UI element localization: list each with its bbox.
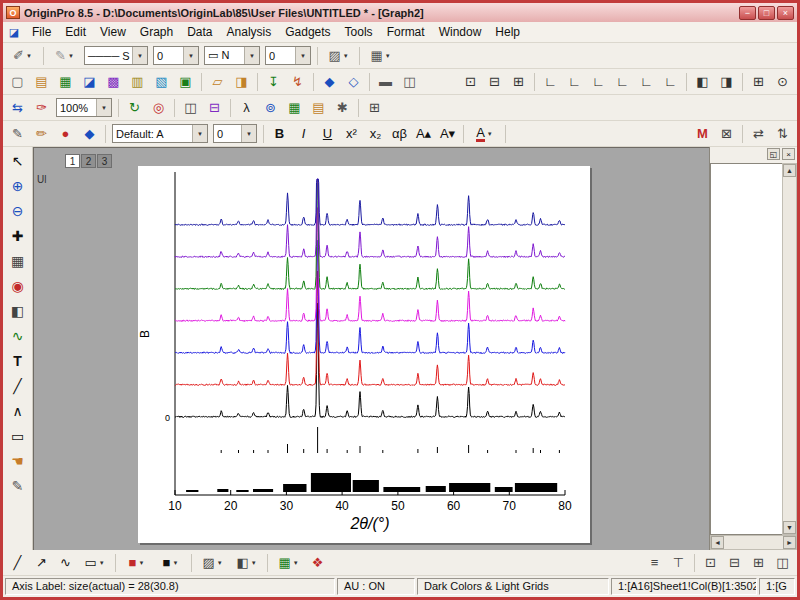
open-graph-button[interactable]: ◨	[230, 71, 253, 92]
bold-button[interactable]: B	[268, 123, 291, 144]
layer-tab-3[interactable]: 3	[97, 154, 112, 168]
scroll-left-icon[interactable]: ◄	[711, 536, 724, 549]
gradient-button[interactable]: ◧▼	[230, 552, 263, 573]
scroll-right-icon[interactable]: ►	[783, 536, 796, 549]
greek-button[interactable]: αβ	[388, 123, 411, 144]
vertical-spacing-button[interactable]: ⇅	[771, 123, 794, 144]
draw-data-tool[interactable]: ∿	[5, 324, 31, 348]
add-layer-button[interactable]: ⊞	[363, 97, 386, 118]
line-tool-selector[interactable]: ✐▼	[6, 45, 39, 66]
clear-marker-button[interactable]: ⊠	[715, 123, 738, 144]
ungroup-button[interactable]: ◫	[771, 552, 794, 573]
line-tool[interactable]: ╱	[5, 374, 31, 398]
axis-style-4-button[interactable]: ∟	[611, 71, 634, 92]
vertical-scrollbar-track[interactable]	[783, 177, 796, 521]
chevron-down-icon[interactable]: ▼	[68, 53, 74, 59]
border-style-combo[interactable]: ▭ N▼	[204, 46, 260, 65]
font-combo[interactable]: Default: A▼	[112, 124, 208, 143]
panel-close-button[interactable]: ×	[782, 148, 795, 160]
line-style-combo[interactable]: ──── S▼	[84, 46, 148, 65]
scroll-up-icon[interactable]: ▲	[783, 164, 796, 177]
menu-item-view[interactable]: View	[93, 23, 133, 41]
menu-item-analysis[interactable]: Analysis	[220, 23, 279, 41]
pan-hand-tool[interactable]: ☚	[5, 449, 31, 473]
maximize-button[interactable]: □	[758, 6, 775, 20]
new-workbook-button[interactable]: ▦	[54, 71, 77, 92]
new-notes-button[interactable]: ▥	[126, 71, 149, 92]
layer-tab-1[interactable]: 1	[65, 154, 80, 168]
fill-color-button[interactable]: ■▼	[120, 552, 153, 573]
project-explorer-button[interactable]: ▤	[307, 97, 330, 118]
data-marker-button[interactable]: M	[691, 123, 714, 144]
import-wizard-button[interactable]: ↯	[286, 71, 309, 92]
chevron-down-icon[interactable]: ▼	[99, 560, 105, 566]
fill-pattern-button[interactable]: ▨▼	[322, 45, 355, 66]
chevron-down-icon[interactable]: ▼	[295, 47, 310, 64]
zoom-out-tool[interactable]: ⊖	[5, 199, 31, 223]
rescale-button[interactable]: ◎	[147, 97, 170, 118]
worksheet-button[interactable]: ▦	[283, 97, 306, 118]
edit-button[interactable]: ✎	[6, 123, 29, 144]
refresh-button[interactable]: ↻	[123, 97, 146, 118]
chevron-down-icon[interactable]: ▼	[217, 560, 223, 566]
data-selector-tool[interactable]: ◧	[5, 299, 31, 323]
line-width-combo[interactable]: 0▼	[153, 46, 199, 65]
menu-item-help[interactable]: Help	[488, 23, 527, 41]
merge-graphs-button[interactable]: ◧	[691, 71, 714, 92]
chevron-down-icon[interactable]: ▼	[241, 125, 256, 142]
zoom-tool-button[interactable]: ⊚	[259, 97, 282, 118]
chevron-down-icon[interactable]: ▼	[138, 560, 144, 566]
text-tool[interactable]: T	[5, 349, 31, 373]
panel-restore-button[interactable]: ◱	[767, 148, 780, 160]
options-button[interactable]: ✱	[331, 97, 354, 118]
window-cascade-button[interactable]: ⊡	[459, 71, 482, 92]
panel-vertical-scrollbar[interactable]: ▲ ▼	[782, 163, 797, 535]
chevron-down-icon[interactable]: ▼	[26, 53, 32, 59]
save-project-button[interactable]: ◆	[318, 71, 341, 92]
tile-vertical-button[interactable]: ⊞	[507, 71, 530, 92]
new-graph-button[interactable]: ◪	[78, 71, 101, 92]
script-window-button[interactable]: λ	[235, 97, 258, 118]
open-button[interactable]: ▤	[30, 71, 53, 92]
new-matrix-button[interactable]: ▩	[102, 71, 125, 92]
increase-font-button[interactable]: A▴	[412, 123, 435, 144]
symbol-marker-button[interactable]: ◆	[78, 123, 101, 144]
align-left-button[interactable]: ≡	[643, 552, 666, 573]
bring-front-button[interactable]: ⊡	[699, 552, 722, 573]
close-button[interactable]: ×	[777, 6, 794, 20]
send-back-button[interactable]: ⊟	[723, 552, 746, 573]
new-project-button[interactable]: ▢	[6, 71, 29, 92]
menu-item-gadgets[interactable]: Gadgets	[278, 23, 337, 41]
print-preview-button[interactable]: ◫	[398, 71, 421, 92]
chevron-down-icon[interactable]: ▼	[343, 53, 349, 59]
title-bar[interactable]: O OriginPro 8.5 - D:\Documents\OriginLab…	[3, 3, 797, 22]
palette-button[interactable]: ▦▼	[272, 552, 305, 573]
pencil-tool[interactable]: ✎	[5, 474, 31, 498]
pattern-button[interactable]: ▨▼	[196, 552, 229, 573]
menu-item-window[interactable]: Window	[432, 23, 489, 41]
italic-button[interactable]: I	[292, 123, 315, 144]
line-color-button[interactable]: ■▼	[154, 552, 187, 573]
symbol-gallery-button[interactable]: ❖	[306, 552, 329, 573]
chevron-down-icon[interactable]: ▼	[132, 47, 147, 64]
zoom-pan-tool[interactable]: ✚	[5, 224, 31, 248]
axis-style-3-button[interactable]: ∟	[587, 71, 610, 92]
decrease-font-button[interactable]: A▾	[436, 123, 459, 144]
underline-button[interactable]: U	[316, 123, 339, 144]
open-template-button[interactable]: ▱	[206, 71, 229, 92]
chevron-down-icon[interactable]: ▼	[487, 131, 493, 137]
shape-tool-button[interactable]: ▭▼	[78, 552, 111, 573]
duplicate-window-button[interactable]: ◫	[179, 97, 202, 118]
horizontal-scrollbar-track[interactable]	[724, 536, 783, 549]
menu-item-tools[interactable]: Tools	[338, 23, 380, 41]
save-template-button[interactable]: ◇	[342, 71, 365, 92]
timestamp-button[interactable]: ⊙	[771, 71, 794, 92]
horizontal-spacing-button[interactable]: ⇄	[747, 123, 770, 144]
chevron-down-icon[interactable]: ▼	[293, 560, 299, 566]
style-tool-selector[interactable]: ✎▼	[48, 45, 81, 66]
arrow-draw-button[interactable]: ↗	[30, 552, 53, 573]
graph-page[interactable]: 10203040506070802θ/(°)B0	[138, 166, 590, 543]
scroll-down-icon[interactable]: ▼	[783, 521, 796, 534]
new-layout-button[interactable]: ▧	[150, 71, 173, 92]
font-size-combo[interactable]: 0▼	[213, 124, 257, 143]
